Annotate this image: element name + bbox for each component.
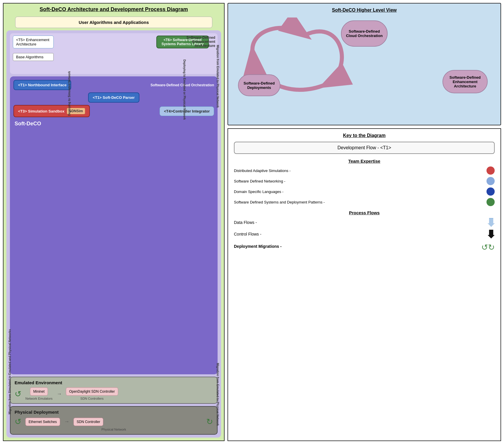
physical-content: ↺ Ethernet Switches → SDN Controller ↻ bbox=[15, 417, 213, 427]
team-expertise-title: Team Expertise bbox=[234, 159, 495, 164]
ctrl-box: <T4>Controller Integrator bbox=[160, 106, 214, 116]
user-algo-box: User Algorithms and Applications bbox=[15, 17, 212, 28]
deploying-sim-label: Deploying to Simulated Network bbox=[68, 71, 71, 116]
sim-box: <T3> Simulation Sandbox SDNSim bbox=[13, 105, 90, 117]
emulated-content: ↺ Mininet Network Emulators → OpenDaylig… bbox=[15, 387, 213, 400]
physical-title: Physical Deployment bbox=[15, 410, 213, 415]
opendaylight-container: OpenDaylight SDN Controller SDN Controll… bbox=[66, 387, 118, 400]
migration-right-bottom-label: Migration from Emulated to Physical Netw… bbox=[216, 363, 219, 426]
softdeco-label: Soft-DeCO bbox=[15, 121, 214, 127]
nbi-box: <T1> Northbound Interface bbox=[13, 80, 71, 90]
expertise-row-sdsdp: Software Defined Systems and Deployment … bbox=[234, 198, 495, 206]
sdn-ctrl-container: SDN Controller bbox=[74, 418, 104, 426]
hlv-diagram: Software-Defined Cloud Orchestration Sof… bbox=[232, 17, 496, 105]
deploying-phys-label: Deploying to Emulated or Physical Networ… bbox=[183, 59, 186, 120]
migration-left-label: Migration from Simulated to Emulated and… bbox=[8, 329, 11, 414]
migration-arrow-physical: ↺ bbox=[15, 417, 21, 427]
softdeco-inner: <T1> Northbound Interface Software-Defin… bbox=[10, 76, 218, 374]
expertise-row-sdn: Software Defined Networking - bbox=[234, 177, 495, 185]
main-title: Soft-DeCO Architecture and Development P… bbox=[6, 6, 221, 13]
sd-enhancement-label: Software-Defined Enhancement Architectur… bbox=[180, 36, 215, 48]
sdn-controllers-label: SDN Controllers bbox=[80, 397, 104, 400]
arrow-right-physical: → bbox=[64, 419, 69, 425]
network-emulators-label: Network Emulators bbox=[25, 397, 52, 400]
base-algo-box: Base Algorithms bbox=[13, 53, 54, 61]
left-panel: Soft-DeCO Architecture and Development P… bbox=[3, 3, 225, 441]
physical-deploy: Physical Deployment ↺ Ethernet Switches … bbox=[10, 406, 218, 435]
key-title: Key to the Diagram bbox=[234, 133, 495, 138]
migration-arrow-physical-right: ↻ bbox=[206, 417, 213, 427]
expertise-row-dsl: Domain Specific Languages - bbox=[234, 187, 495, 196]
data-flows-label: Data Flows - bbox=[234, 220, 257, 225]
deployment-migrations-section: Deployment Migrations - ↺↻ bbox=[234, 243, 495, 252]
parser-box: <T1> Soft-DeCO Parser bbox=[88, 92, 139, 103]
ethernet-box: Ethernet Switches bbox=[25, 418, 60, 426]
control-flow-arrow bbox=[488, 230, 495, 238]
dev-flow-box: Development Flow - <T1> bbox=[234, 142, 495, 154]
flow-row-data: Data Flows - bbox=[234, 218, 495, 227]
cloud-enhancement: Software-Defined Enhancement Architectur… bbox=[442, 70, 488, 93]
t5-box: <T5> Enhancement Architecture bbox=[13, 36, 54, 48]
arrow-right-emulated: → bbox=[57, 391, 62, 397]
migration-right-top-label: Migration from Emulated to Physical Netw… bbox=[216, 45, 219, 108]
data-flow-arrow bbox=[488, 218, 495, 227]
hlv-box: Soft-DeCO Higher Level View Software-Def… bbox=[228, 3, 501, 125]
mininet-box: Mininet bbox=[30, 387, 48, 396]
deployment-migrations-row: Deployment Migrations - ↺↻ bbox=[234, 243, 495, 252]
hlv-title: Soft-DeCO Higher Level View bbox=[232, 8, 496, 13]
purple-outer: Deploying to Simulated Network Deploying… bbox=[6, 30, 221, 438]
sd-cloud-label: Software-Defined Cloud Orchestration bbox=[150, 83, 214, 87]
sdn-ctrl-box: SDN Controller bbox=[74, 418, 104, 426]
expertise-row-simulations: Distributed Adaptive Simulations - bbox=[234, 166, 495, 175]
process-flows-section: Process Flows Data Flows - Control Flows… bbox=[234, 210, 495, 238]
deployment-migration-arrows: ↺↻ bbox=[481, 243, 495, 252]
emulated-title: Emulated Environment bbox=[15, 380, 213, 385]
team-expertise-section: Team Expertise Distributed Adaptive Simu… bbox=[234, 159, 495, 206]
right-panel: Soft-DeCO Higher Level View Software-Def… bbox=[228, 3, 501, 441]
key-box: Key to the Diagram Development Flow - <T… bbox=[228, 128, 501, 441]
cloud-deployments: Software-Defined Deployments bbox=[238, 74, 280, 96]
emulated-env: Emulated Environment ↺ Mininet Network E… bbox=[10, 377, 218, 404]
enhancement-area: <T5> Enhancement Architecture Base Algor… bbox=[10, 33, 218, 74]
mininet-container: Mininet Network Emulators bbox=[25, 387, 52, 400]
process-flows-title: Process Flows bbox=[234, 210, 495, 215]
expertise-circle-dsl bbox=[487, 187, 495, 196]
ethernet-container: Ethernet Switches bbox=[25, 418, 60, 426]
expertise-circle-sdn bbox=[487, 177, 495, 185]
expertise-circle-simulations bbox=[487, 166, 495, 175]
expertise-label-dsl: Domain Specific Languages - bbox=[234, 189, 284, 194]
physical-network-label: Physical Network bbox=[15, 428, 213, 431]
expertise-circle-sdsdp bbox=[487, 198, 495, 206]
expertise-label-sdsdp: Software Defined Systems and Deployment … bbox=[234, 200, 325, 204]
migration-arrow-emulated: ↺ bbox=[15, 389, 21, 399]
expertise-label-sdn: Software Defined Networking - bbox=[234, 179, 285, 183]
cloud-orchestration: Software-Defined Cloud Orchestration bbox=[341, 20, 388, 47]
expertise-label-simulations: Distributed Adaptive Simulations - bbox=[234, 169, 290, 173]
opendaylight-box: OpenDaylight SDN Controller bbox=[66, 387, 118, 396]
flow-row-control: Control Flows - bbox=[234, 230, 495, 238]
control-flows-label: Control Flows - bbox=[234, 232, 261, 236]
deployment-migrations-title: Deployment Migrations - bbox=[234, 244, 281, 249]
